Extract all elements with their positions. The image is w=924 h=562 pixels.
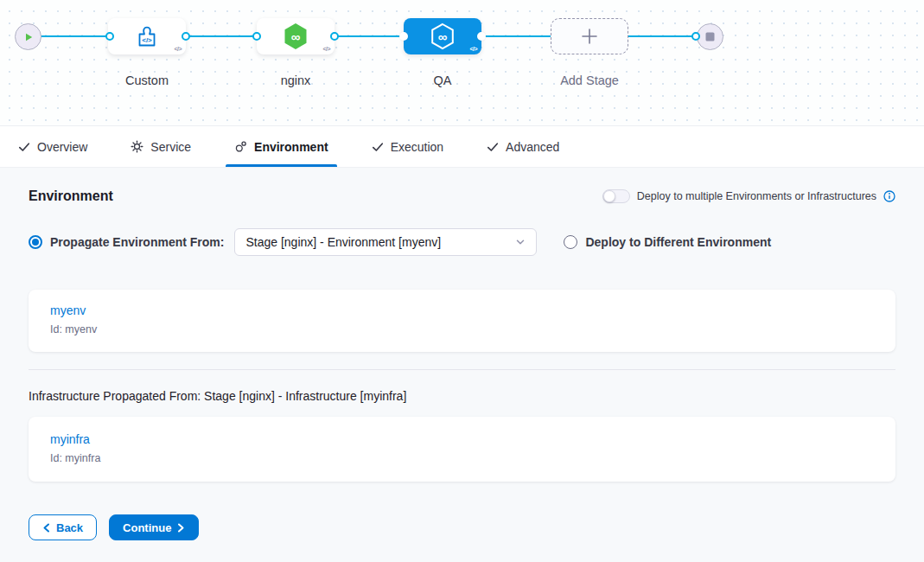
add-stage-button[interactable]	[551, 18, 628, 54]
pipeline-connector	[186, 35, 257, 37]
check-icon	[372, 141, 384, 153]
propagate-environment-select[interactable]: Stage [nginx] - Environment [myenv]	[234, 228, 537, 256]
propagate-environment-radio[interactable]	[29, 235, 42, 249]
code-badge-icon: </>	[322, 46, 330, 52]
section-divider	[29, 369, 895, 370]
custom-stage-puzzle-icon: </>	[135, 25, 159, 48]
connector-port[interactable]	[182, 32, 190, 41]
stage-tab-bar: Overview Service Environment Execution	[0, 126, 924, 168]
tab-advanced[interactable]: Advanced	[483, 126, 563, 167]
code-badge-icon: </>	[174, 46, 182, 52]
stage-node-qa[interactable]: ∞ </>	[404, 18, 481, 54]
chevron-left-icon	[42, 523, 50, 533]
tab-label: Execution	[391, 140, 443, 154]
tab-label: Service	[150, 140, 191, 154]
gear-icon	[131, 140, 143, 153]
tab-environment[interactable]: Environment	[231, 126, 332, 167]
connector-port[interactable]	[105, 32, 114, 41]
connector-port[interactable]	[399, 32, 408, 41]
infrastructure-propagated-heading: Infrastructure Propagated From: Stage [n…	[29, 389, 895, 403]
back-button-label: Back	[56, 521, 83, 534]
environment-icon	[234, 140, 247, 153]
environment-tab-panel: Environment Deploy to multiple Environme…	[0, 168, 924, 540]
environment-card: myenv Id: myenv	[29, 290, 895, 352]
check-icon	[487, 141, 499, 153]
infinity-glyph: ∞	[283, 22, 309, 50]
pipeline-start-node[interactable]	[15, 23, 41, 50]
code-badge-icon: </>	[469, 46, 477, 52]
continue-button-label: Continue	[123, 521, 171, 534]
connector-port[interactable]	[252, 32, 261, 41]
play-icon	[23, 32, 34, 42]
environment-id: Id: myenv	[50, 323, 874, 335]
different-environment-label: Deploy to Different Environment	[585, 235, 771, 249]
pipeline-canvas: </> </> ∞ </> ∞ </>	[0, 0, 924, 126]
infrastructure-name-link[interactable]: myinfra	[50, 432, 90, 446]
infrastructure-id: Id: myinfra	[50, 452, 874, 464]
stage-label: Add Stage	[560, 73, 619, 87]
chevron-right-icon	[177, 523, 185, 533]
stage-node-nginx[interactable]: ∞ </>	[257, 18, 335, 54]
tab-label: Environment	[254, 140, 328, 154]
stage-label: nginx	[281, 73, 311, 87]
deploy-hexagon-icon: ∞	[430, 22, 456, 50]
tab-label: Overview	[37, 140, 87, 154]
tab-execution[interactable]: Execution	[368, 126, 447, 167]
pipeline-connector	[335, 35, 404, 37]
deploy-hexagon-icon: ∞	[283, 22, 309, 50]
tab-overview[interactable]: Overview	[15, 126, 91, 167]
continue-button[interactable]: Continue	[109, 514, 199, 540]
check-icon	[18, 141, 30, 153]
toggle-knob	[603, 190, 615, 202]
stage-label: Custom	[125, 73, 169, 87]
multi-environment-toggle[interactable]	[602, 189, 630, 203]
connector-port[interactable]	[477, 32, 486, 41]
plus-icon	[580, 27, 599, 46]
info-icon[interactable]	[883, 190, 895, 202]
pipeline-connector	[35, 35, 110, 37]
tab-service[interactable]: Service	[127, 126, 194, 167]
chevron-down-icon	[515, 237, 526, 247]
connector-port[interactable]	[691, 32, 700, 41]
stage-node-custom[interactable]: </> </>	[108, 18, 186, 54]
tab-label: Advanced	[506, 140, 559, 154]
multi-environment-toggle-label: Deploy to multiple Environments or Infra…	[637, 190, 876, 202]
stage-label: QA	[434, 73, 452, 87]
section-heading: Environment	[29, 188, 113, 204]
svg-text:</>: </>	[142, 35, 152, 43]
stop-icon	[705, 32, 715, 42]
pipeline-end-node[interactable]	[697, 23, 723, 50]
infrastructure-card: myinfra Id: myinfra	[29, 417, 895, 482]
different-environment-radio[interactable]	[564, 235, 577, 249]
propagate-environment-label: Propagate Environment From:	[50, 235, 224, 249]
infinity-glyph: ∞	[430, 22, 456, 50]
propagate-environment-selected-value: Stage [nginx] - Environment [myenv]	[245, 235, 515, 249]
environment-name-link[interactable]: myenv	[50, 303, 86, 317]
back-button[interactable]: Back	[29, 514, 97, 540]
connector-port[interactable]	[330, 32, 339, 41]
